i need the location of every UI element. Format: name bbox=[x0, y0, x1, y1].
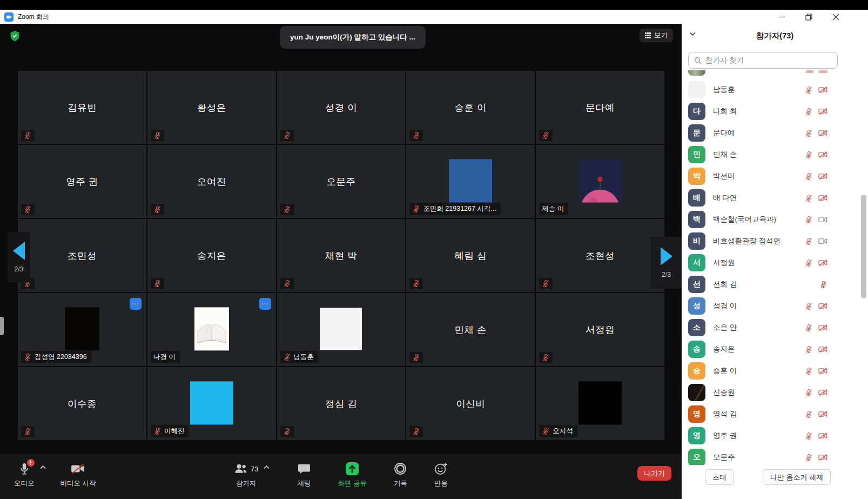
record-button[interactable]: 기록 bbox=[394, 462, 407, 488]
video-tile[interactable]: 혜림 심 bbox=[406, 219, 535, 292]
video-tile[interactable]: 김유빈 bbox=[18, 71, 146, 144]
video-tile[interactable]: 제승 이 bbox=[536, 145, 664, 218]
tile-more-button[interactable]: ... bbox=[130, 298, 142, 310]
camera-on-icon bbox=[818, 237, 827, 245]
avatar: 오 bbox=[688, 449, 705, 465]
participant-name: 민채 손 bbox=[406, 293, 535, 366]
participant-row[interactable]: 비비호생활관장 정석연 bbox=[682, 230, 860, 252]
search-input[interactable] bbox=[705, 56, 832, 64]
chevron-down-icon[interactable] bbox=[689, 31, 696, 36]
participant-name: 성경 이 bbox=[713, 301, 797, 311]
chat-button[interactable]: 채팅 bbox=[297, 462, 311, 488]
participant-row[interactable]: 승승훈 이 bbox=[682, 360, 860, 382]
participant-name: 오문주 bbox=[713, 453, 797, 462]
record-label: 기록 bbox=[394, 479, 407, 488]
view-button[interactable]: 보기 bbox=[640, 29, 673, 42]
video-label: 비디오 시작 bbox=[60, 479, 96, 488]
video-tile[interactable]: 조민성 bbox=[18, 219, 146, 292]
participant-name: 혜림 심 bbox=[406, 219, 535, 292]
audio-options-caret[interactable] bbox=[39, 465, 46, 470]
video-tile[interactable]: 정심 김 bbox=[277, 367, 406, 440]
participants-count: 73 bbox=[251, 465, 258, 473]
tile-more-button[interactable]: ... bbox=[259, 298, 271, 310]
page-indicator: 2/3 bbox=[662, 271, 671, 278]
video-tile[interactable]: 남동훈 bbox=[277, 293, 406, 366]
close-icon[interactable] bbox=[830, 11, 841, 22]
participants-button[interactable]: 73참가자 bbox=[234, 462, 258, 488]
video-tile[interactable]: 이신비 bbox=[406, 367, 535, 440]
participant-row[interactable]: 오오문주 bbox=[682, 447, 860, 465]
participant-row[interactable]: 박박선미 bbox=[682, 165, 860, 187]
participant-row[interactable]: 문문다예 bbox=[682, 122, 860, 144]
video-tile[interactable]: 송지은 bbox=[147, 219, 276, 292]
panel-drag-handle[interactable] bbox=[0, 317, 4, 335]
share-label: 화면 공유 bbox=[338, 479, 366, 488]
participant-search-box bbox=[688, 52, 838, 69]
video-tile[interactable]: 성경 이 bbox=[277, 71, 406, 144]
reactions-button[interactable]: 반응 bbox=[434, 462, 448, 488]
leave-button[interactable]: 나가기 bbox=[637, 466, 671, 481]
zoom-app-icon bbox=[4, 12, 14, 22]
participant-row[interactable] bbox=[682, 70, 860, 79]
video-tile[interactable]: 승훈 이 bbox=[406, 71, 535, 144]
camera-muted-icon bbox=[818, 389, 827, 396]
video-tile[interactable]: 민채 손 bbox=[406, 293, 535, 366]
video-tile[interactable]: 황성은 bbox=[147, 71, 276, 144]
view-button-label: 보기 bbox=[654, 31, 668, 40]
scrollbar-thumb[interactable] bbox=[861, 195, 866, 298]
video-tile[interactable]: 오지석 bbox=[536, 367, 664, 440]
video-tile[interactable]: 나경 이... bbox=[147, 293, 276, 366]
participants-panel-title: 참가자(73) bbox=[756, 31, 793, 41]
participant-row[interactable]: 서서정원 bbox=[682, 252, 860, 274]
restore-button[interactable] bbox=[803, 11, 814, 22]
video-tile[interactable]: 채현 박 bbox=[277, 219, 406, 292]
meeting-main-area: yun Ju yeon이(가) 말하고 있습니다 ... 보기 김유빈황성은성경… bbox=[0, 24, 682, 499]
camera-off-icon bbox=[70, 463, 85, 475]
participant-row[interactable]: 영영석 김 bbox=[682, 403, 860, 425]
participant-row[interactable]: 남동훈 bbox=[682, 79, 860, 101]
security-shield-icon[interactable] bbox=[10, 30, 20, 42]
mic-muted-indicator bbox=[409, 278, 423, 289]
mic-muted-indicator bbox=[539, 352, 553, 363]
mic-muted-icon bbox=[412, 428, 420, 436]
video-tile[interactable]: 문다예 bbox=[536, 71, 664, 144]
video-tile[interactable]: 영주 권 bbox=[18, 145, 146, 218]
grid-page-next-button[interactable]: 2/3 bbox=[651, 237, 682, 289]
video-tile[interactable]: 이수종 bbox=[18, 367, 146, 440]
camera-muted-icon bbox=[818, 410, 827, 418]
minimize-button[interactable] bbox=[776, 11, 787, 22]
video-tile[interactable]: 조현성 bbox=[536, 219, 664, 292]
mic-muted-indicator bbox=[21, 130, 35, 141]
participant-row[interactable]: 백백순철(국어교육과) bbox=[682, 209, 860, 230]
mic-muted-icon bbox=[283, 280, 291, 288]
participant-row[interactable]: 영영주 권 bbox=[682, 425, 860, 447]
participants-options-caret[interactable] bbox=[263, 465, 270, 470]
video-button[interactable]: 비디오 시작 bbox=[60, 462, 96, 488]
participant-row[interactable]: 송송지은 bbox=[682, 338, 860, 360]
video-tile[interactable]: 김성영 22034396... bbox=[18, 293, 146, 366]
share-button[interactable]: 화면 공유 bbox=[338, 462, 366, 488]
mic-muted-icon bbox=[805, 432, 813, 440]
unmute-self-button[interactable]: 나만 음소거 해제 bbox=[763, 469, 831, 485]
participant-row[interactable]: 다다희 최 bbox=[682, 101, 860, 122]
participant-row[interactable]: 민민채 손 bbox=[682, 144, 860, 165]
video-tile[interactable]: 오여진 bbox=[147, 145, 276, 218]
grid-page-prev-button[interactable]: 2/3 bbox=[8, 232, 30, 282]
participant-row[interactable]: 선선희 김 bbox=[682, 274, 860, 295]
participant-row[interactable]: 배배 다연 bbox=[682, 187, 860, 209]
camera-muted-icon bbox=[818, 454, 827, 461]
participant-row[interactable]: 소소은 안 bbox=[682, 317, 860, 338]
video-tile[interactable]: 오문주 bbox=[277, 145, 406, 218]
mic-muted-icon bbox=[805, 302, 813, 310]
participant-name: 김성영 22034396 bbox=[35, 352, 87, 362]
video-tile[interactable]: 서정원 bbox=[536, 293, 664, 366]
participant-row[interactable]: 신승원 bbox=[682, 382, 860, 403]
participant-row[interactable]: 성성경 이 bbox=[682, 295, 860, 317]
invite-button[interactable]: 초대 bbox=[705, 469, 734, 485]
mic-muted-indicator bbox=[280, 278, 294, 289]
avatar: 송 bbox=[688, 341, 705, 358]
video-tile[interactable]: 조민희 21931267 시각... bbox=[406, 145, 535, 218]
participant-name: 오지석 bbox=[553, 427, 573, 436]
audio-button[interactable]: ! 오디오 bbox=[14, 462, 35, 488]
video-tile[interactable]: 이혜진 bbox=[147, 367, 276, 440]
